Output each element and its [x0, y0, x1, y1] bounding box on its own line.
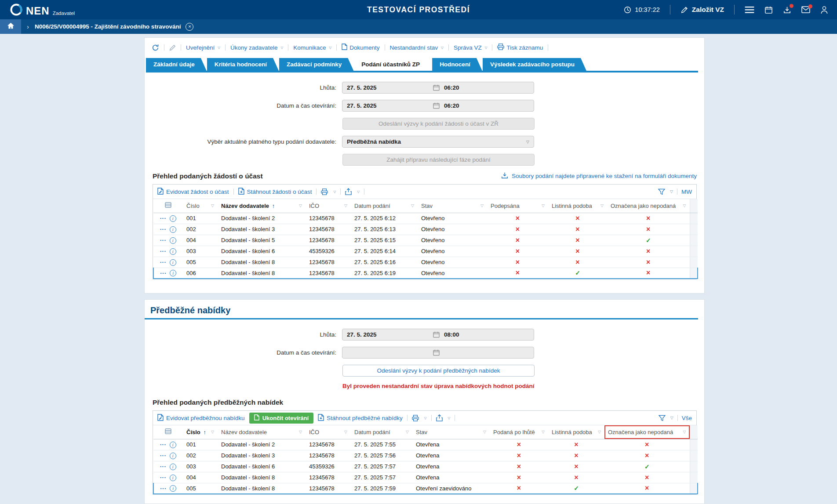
menu-ukony-zadavatele[interactable]: Úkony zadavatele▽: [230, 44, 283, 51]
print-icon[interactable]: [321, 189, 328, 195]
menu-sprava-vz[interactable]: Správa VZ▽: [454, 44, 488, 51]
column-filter-icon[interactable]: ▽: [683, 430, 686, 434]
column-header[interactable]: IČO▽: [306, 425, 351, 439]
table-row[interactable]: •••i003Dodavatel - školení 64535932627. …: [153, 246, 698, 257]
column-filter-icon[interactable]: ▽: [411, 203, 414, 208]
column-header[interactable]: IČO▽: [306, 199, 351, 213]
table-row[interactable]: •••i004Dodavatel - školení 81234567827. …: [153, 472, 698, 483]
create-vz-button[interactable]: Založit VZ: [681, 6, 724, 14]
send-invite-button[interactable]: Odeslání výzvy k podání žádosti o účast …: [342, 118, 535, 130]
user-icon[interactable]: [820, 6, 828, 14]
row-info-icon[interactable]: i: [170, 464, 176, 470]
row-info-icon[interactable]: i: [170, 453, 176, 459]
export-icon[interactable]: [345, 188, 352, 195]
breadcrumb-record[interactable]: N006/25/V00004995 - Zajištění závodního …: [35, 23, 181, 30]
deadline-date[interactable]: 27. 5. 2025: [347, 84, 433, 91]
column-header[interactable]: Stav▽: [412, 425, 490, 439]
column-filter-icon[interactable]: ▽: [344, 430, 347, 434]
column-header[interactable]: Název dodavatele▽: [218, 425, 306, 439]
download-preliminary-button[interactable]: Stáhnout předběžné nabídky: [318, 414, 403, 422]
column-header[interactable]: Označena jako nepodaná▽: [604, 425, 690, 439]
table-row[interactable]: •••i005Dodavatel - školení 81234567827. …: [153, 483, 698, 494]
tab-zadavaci-podminky[interactable]: Zadávací podmínky: [279, 58, 353, 71]
calendar-icon[interactable]: [764, 6, 773, 14]
calendar-picker-icon[interactable]: [433, 349, 440, 356]
column-filter-icon[interactable]: ▽: [542, 203, 545, 208]
table-row[interactable]: •••i001Dodavatel - školení 21234567827. …: [153, 213, 698, 224]
menu-uverejneni[interactable]: Uveřejnění▽: [186, 44, 220, 51]
row-info-icon[interactable]: i: [170, 475, 176, 481]
chevron-down-icon[interactable]: ▽: [670, 416, 673, 420]
row-actions-icon[interactable]: •••: [160, 443, 166, 447]
register-request-button[interactable]: Evidovat žádost o účast: [157, 188, 229, 196]
tab-kriteria-hodnoceni[interactable]: Kritéria hodnocení: [207, 58, 279, 71]
menu-tisk-zaznamu[interactable]: Tisk záznamu: [497, 44, 543, 51]
chevron-down-icon[interactable]: ▽: [670, 189, 673, 194]
view-selector[interactable]: Vše: [682, 415, 692, 421]
column-header[interactable]: Číslo▽: [183, 199, 218, 213]
column-filter-icon[interactable]: ▽: [480, 203, 484, 208]
deadline-time[interactable]: 08:00: [444, 331, 459, 338]
table-row[interactable]: •••i002Dodavatel - školení 31234567827. …: [153, 224, 698, 235]
export-icon[interactable]: [436, 414, 443, 421]
start-next-phase-button[interactable]: Zahájit přípravu následující fáze podání: [342, 154, 535, 166]
column-header[interactable]: Označena jako nepodaná▽: [607, 199, 690, 213]
opening-field[interactable]: 27. 5. 2025 06:20: [342, 100, 534, 112]
chevron-down-icon[interactable]: ▽: [333, 190, 336, 194]
row-info-icon[interactable]: i: [170, 259, 176, 266]
menu-komunikace[interactable]: Komunikace▽: [293, 44, 331, 51]
chevron-down-icon[interactable]: ▽: [424, 416, 427, 420]
column-filter-icon[interactable]: ▽: [683, 203, 686, 208]
column-header[interactable]: Podepsána▽: [487, 199, 548, 213]
print-icon[interactable]: [412, 415, 419, 421]
row-info-icon[interactable]: i: [170, 270, 176, 276]
opening-date[interactable]: 27. 5. 2025: [347, 102, 433, 109]
table-row[interactable]: •••i006Dodavatel - školení 81234567827. …: [153, 268, 698, 279]
app-logo[interactable]: NEN Zadavatel: [10, 3, 75, 16]
send-preliminary-invite-button[interactable]: Odeslání výzvy k podání předběžných nabí…: [342, 365, 535, 377]
home-button[interactable]: [0, 19, 21, 34]
table-row[interactable]: •••i002Dodavatel - školení 31234567827. …: [153, 450, 698, 461]
tab-podani-ucastniku-zp[interactable]: Podání účastníků ZP: [354, 58, 432, 71]
files-download-link[interactable]: Soubory podání najdete připravené ke sta…: [501, 172, 697, 180]
column-filter-icon[interactable]: ▽: [406, 430, 409, 434]
column-chooser-icon[interactable]: [153, 199, 183, 213]
row-info-icon[interactable]: i: [170, 215, 176, 222]
refresh-icon[interactable]: [152, 44, 159, 51]
chevron-down-icon[interactable]: ▽: [357, 190, 360, 194]
row-info-icon[interactable]: i: [170, 485, 176, 492]
messages-icon[interactable]: [801, 6, 810, 13]
column-filter-icon[interactable]: ▽: [600, 203, 604, 208]
row-info-icon[interactable]: i: [170, 226, 176, 233]
menu-nestandardni-stav[interactable]: Nestandardní stav▽: [390, 44, 444, 51]
row-actions-icon[interactable]: •••: [160, 454, 166, 458]
tab-vysledek-zadavaciho-postupu[interactable]: Výsledek zadávacího postupu: [483, 58, 586, 71]
table-row[interactable]: •••i004Dodavatel - školení 51234567827. …: [153, 235, 698, 246]
row-actions-icon[interactable]: •••: [160, 250, 166, 254]
row-info-icon[interactable]: i: [170, 248, 176, 255]
row-actions-icon[interactable]: •••: [160, 486, 167, 490]
table-row[interactable]: •••i005Dodavatel - školení 81234567827. …: [153, 257, 698, 268]
filter-icon[interactable]: [658, 189, 665, 195]
column-header[interactable]: Číslo ↑▽: [183, 425, 218, 439]
row-actions-icon[interactable]: •••: [160, 465, 166, 469]
preliminary-deadline-field[interactable]: 27. 5. 2025 08:00: [342, 329, 534, 341]
row-actions-icon[interactable]: •••: [160, 476, 166, 480]
view-selector[interactable]: MW: [681, 189, 692, 195]
row-actions-icon[interactable]: •••: [160, 228, 166, 232]
column-header[interactable]: Název dodavatele ↑▽: [218, 199, 306, 213]
deadline-field[interactable]: 27. 5. 2025 06:20: [342, 82, 534, 94]
row-info-icon[interactable]: i: [170, 237, 176, 244]
menu-dokumenty[interactable]: Dokumenty: [342, 44, 379, 51]
opening-time[interactable]: 06:20: [444, 102, 459, 109]
preliminary-opening-field[interactable]: [342, 347, 534, 359]
submission-type-select[interactable]: Předběžná nabídka ▽: [342, 136, 534, 148]
close-record-icon[interactable]: ×: [186, 23, 193, 31]
download-requests-button[interactable]: Stáhnout žádosti o účast: [238, 188, 312, 196]
deadline-time[interactable]: 06:20: [444, 84, 459, 91]
downloads-icon[interactable]: [783, 6, 791, 14]
main-menu-icon[interactable]: [745, 6, 754, 14]
tab-zakladni-udaje[interactable]: Základní údaje: [146, 58, 207, 71]
column-filter-icon[interactable]: ▽: [211, 203, 214, 208]
register-preliminary-button[interactable]: Evidovat předběžnou nabídku: [157, 414, 245, 422]
